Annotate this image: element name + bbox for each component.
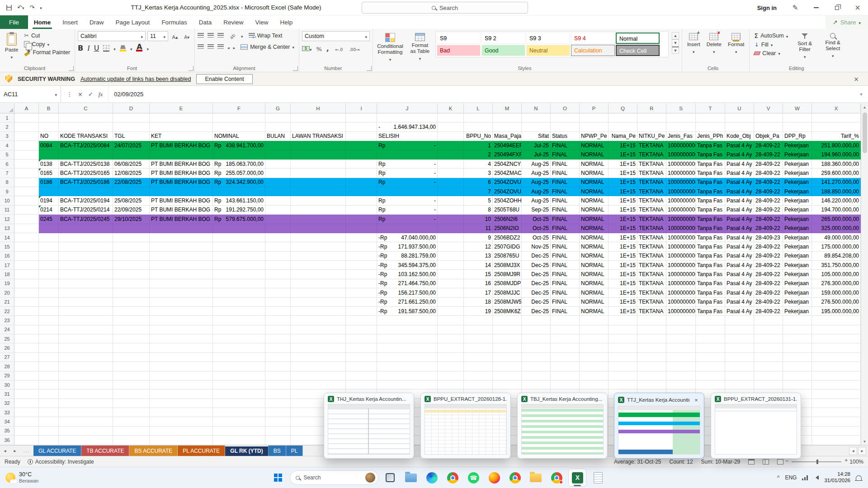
cell-N30[interactable] xyxy=(522,380,551,389)
cell-S19[interactable]: 1000000000 xyxy=(666,279,696,288)
cell-W2[interactable] xyxy=(783,122,812,131)
cell-C11[interactable]: BCA-TTJ/2025/0214 xyxy=(59,206,113,215)
cell-P13[interactable]: NORMAL xyxy=(580,224,609,233)
cell-U6[interactable]: Pasal 4 Ay xyxy=(725,160,754,169)
cell-B33[interactable] xyxy=(39,408,59,417)
cell-E20[interactable] xyxy=(150,288,213,297)
normal-view-button[interactable] xyxy=(748,459,755,465)
taskbar-icon-chrome[interactable] xyxy=(443,469,462,487)
cell-W17[interactable]: Pekerjaan xyxy=(783,261,812,270)
cell-B21[interactable] xyxy=(39,298,59,307)
cell-H19[interactable] xyxy=(291,279,346,288)
sheet-tab-bs[interactable]: BS xyxy=(269,446,286,456)
cell-N13[interactable]: Oct-25 xyxy=(522,224,551,233)
cell-K1[interactable] xyxy=(438,113,464,122)
cell-J15[interactable]: -Rp171.937.500,00 xyxy=(377,242,438,251)
cell-L21[interactable]: 18 xyxy=(464,298,493,307)
cell-Q7[interactable]: 1E+15 xyxy=(609,169,637,178)
decrease-indent-button[interactable] xyxy=(227,42,230,51)
scroll-down-icon[interactable]: ▼ xyxy=(861,438,868,445)
hscroll-left-icon[interactable]: ◂ xyxy=(849,447,857,455)
cell-B3[interactable]: NO xyxy=(39,132,59,141)
cell-S21[interactable]: 1000000000 xyxy=(666,298,696,307)
share-button[interactable]: ↗ Share xyxy=(826,15,868,29)
accounting-format-button[interactable] xyxy=(302,44,312,53)
cell-U27[interactable] xyxy=(725,353,754,362)
cell-L17[interactable]: 14 xyxy=(464,261,493,270)
cell-P11[interactable]: NORMAL xyxy=(580,206,609,215)
cell-T5[interactable]: Tanpa Fas xyxy=(696,150,725,160)
cell-W26[interactable] xyxy=(783,343,812,352)
cell-A14[interactable] xyxy=(14,233,39,242)
sheet-nav-more-button[interactable]: ... xyxy=(20,446,33,456)
cell-T29[interactable] xyxy=(696,371,725,380)
cell-B35[interactable] xyxy=(39,427,59,436)
cell-G34[interactable] xyxy=(265,417,291,426)
cell-D24[interactable] xyxy=(113,325,150,334)
cell-O18[interactable]: FINAL xyxy=(551,270,580,279)
cell-E35[interactable] xyxy=(150,427,213,436)
cell-P23[interactable] xyxy=(580,316,609,325)
cell-R10[interactable]: TEKTANA xyxy=(637,196,666,205)
cell-O22[interactable]: FINAL xyxy=(551,307,580,316)
cell-A7[interactable] xyxy=(14,169,39,178)
cell-H26[interactable] xyxy=(291,343,346,352)
cell-B17[interactable] xyxy=(39,261,59,270)
cell-H25[interactable] xyxy=(291,334,346,343)
cell-E32[interactable] xyxy=(150,399,213,408)
cell-A32[interactable] xyxy=(14,399,39,408)
cell-O12[interactable]: FINAL xyxy=(551,215,580,224)
cell-C22[interactable] xyxy=(59,307,113,316)
cell-X7[interactable]: 259.600.000,00 xyxy=(812,169,861,178)
cell-G27[interactable] xyxy=(265,353,291,362)
cell-O30[interactable] xyxy=(551,380,580,389)
cell-J20[interactable]: -Rp156.217.500,00 xyxy=(377,288,438,297)
taskbar-icon-whatsapp[interactable] xyxy=(464,469,482,487)
cell-K2[interactable] xyxy=(438,122,464,131)
cell-J14[interactable]: -Rp47.040.000,00 xyxy=(377,233,438,242)
row-header-5[interactable]: 5 xyxy=(0,150,14,160)
cell-O27[interactable] xyxy=(551,353,580,362)
cell-G13[interactable] xyxy=(265,224,291,233)
taskbar-icon-firefox[interactable] xyxy=(485,469,503,487)
cell-Q20[interactable]: 1E+15 xyxy=(609,288,637,297)
cell-A15[interactable] xyxy=(14,242,39,251)
thumbnail-2[interactable]: BPPU_EXTRACT_20260128-1... xyxy=(420,393,511,459)
col-header-K[interactable]: K xyxy=(438,103,464,113)
cell-S4[interactable]: 1000000000 xyxy=(666,141,696,150)
cell-N14[interactable]: Oct-25 xyxy=(522,233,551,242)
cell-D22[interactable] xyxy=(113,307,150,316)
cell-M16[interactable]: 2508765U xyxy=(493,252,522,261)
taskbar-icon-edge[interactable] xyxy=(423,469,441,487)
cell-L9[interactable]: 7 xyxy=(464,187,493,196)
cell-B11[interactable]: 0214 xyxy=(39,206,59,215)
row-header-12[interactable]: 12 xyxy=(0,215,14,224)
cell-O9[interactable]: FINAL xyxy=(551,187,580,196)
tab-view[interactable]: View xyxy=(249,15,274,29)
cell-B20[interactable] xyxy=(39,288,59,297)
cell-M8[interactable]: 2504ZOVU xyxy=(493,178,522,187)
cell-J17[interactable]: -Rp345.594.375,00 xyxy=(377,261,438,270)
cell-C17[interactable] xyxy=(59,261,113,270)
row-header-6[interactable]: 6 xyxy=(0,160,14,169)
cell-S23[interactable] xyxy=(666,316,696,325)
cell-Q27[interactable] xyxy=(609,353,637,362)
cell-V17[interactable]: 28-409-22 xyxy=(754,261,783,270)
cell-I8[interactable] xyxy=(346,178,377,187)
row-header-2[interactable]: 2 xyxy=(0,122,14,131)
cell-E14[interactable] xyxy=(150,233,213,242)
cell-R3[interactable]: NITKU_Pe xyxy=(637,132,666,141)
weather-widget[interactable]: 30°C Berawan xyxy=(0,471,44,483)
cell-O14[interactable]: FINAL xyxy=(551,233,580,242)
cell-L22[interactable]: 19 xyxy=(464,307,493,316)
thumbnail-4[interactable]: TTJ_Kertas Kerja Accounting... xyxy=(614,393,704,459)
cell-D28[interactable] xyxy=(113,362,150,371)
cell-I6[interactable] xyxy=(346,160,377,169)
cell-W28[interactable] xyxy=(783,362,812,371)
cell-R26[interactable] xyxy=(637,343,666,352)
cell-U13[interactable]: Pasal 4 Ay xyxy=(725,224,754,233)
cell-N7[interactable]: Aug-25 xyxy=(522,169,551,178)
cell-S22[interactable]: 1000000000 xyxy=(666,307,696,316)
cell-C28[interactable] xyxy=(59,362,113,371)
cell-F13[interactable] xyxy=(213,224,265,233)
